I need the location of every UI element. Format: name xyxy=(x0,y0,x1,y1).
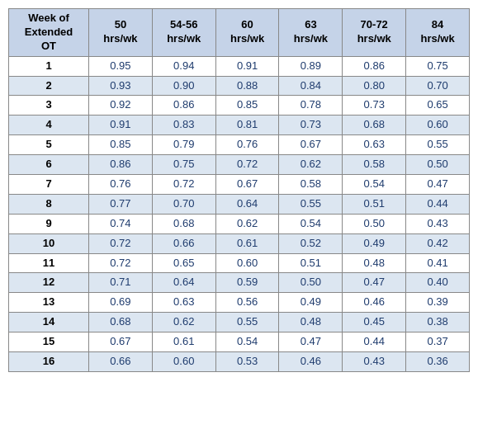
value-cell: 0.68 xyxy=(343,116,406,135)
value-cell: 0.76 xyxy=(215,135,279,155)
value-cell: 0.42 xyxy=(406,233,470,253)
week-cell: 16 xyxy=(9,352,89,372)
table-row: 60.860.750.720.620.580.50 xyxy=(9,155,470,175)
value-cell: 0.64 xyxy=(152,273,215,293)
week-cell: 6 xyxy=(9,155,89,175)
table-row: 80.770.700.640.550.510.44 xyxy=(9,194,470,214)
value-cell: 0.75 xyxy=(152,155,215,175)
value-cell: 0.93 xyxy=(89,76,153,96)
value-cell: 0.88 xyxy=(215,76,279,96)
value-cell: 0.43 xyxy=(343,352,406,372)
value-cell: 0.72 xyxy=(215,155,279,175)
value-cell: 0.66 xyxy=(152,233,215,253)
value-cell: 0.86 xyxy=(152,96,215,116)
week-cell: 5 xyxy=(9,135,89,155)
value-cell: 0.47 xyxy=(343,273,406,293)
header-60: 60hrs/wk xyxy=(215,9,279,57)
value-cell: 0.48 xyxy=(343,253,406,273)
value-cell: 0.81 xyxy=(215,116,279,135)
value-cell: 0.92 xyxy=(89,96,153,116)
value-cell: 0.45 xyxy=(343,313,406,332)
value-cell: 0.61 xyxy=(152,332,215,352)
value-cell: 0.79 xyxy=(152,135,215,155)
value-cell: 0.50 xyxy=(343,214,406,233)
value-cell: 0.95 xyxy=(89,56,153,76)
value-cell: 0.76 xyxy=(89,175,153,195)
header-63: 63hrs/wk xyxy=(279,9,343,57)
table-row: 150.670.610.540.470.440.37 xyxy=(9,332,470,352)
value-cell: 0.80 xyxy=(343,76,406,96)
value-cell: 0.60 xyxy=(215,253,279,273)
header-week: Week ofExtendedOT xyxy=(9,9,89,57)
value-cell: 0.67 xyxy=(89,332,153,352)
header-70-72: 70-72hrs/wk xyxy=(343,9,406,57)
week-cell: 13 xyxy=(9,293,89,313)
value-cell: 0.48 xyxy=(279,313,343,332)
week-cell: 3 xyxy=(9,96,89,116)
week-cell: 2 xyxy=(9,76,89,96)
value-cell: 0.63 xyxy=(343,135,406,155)
value-cell: 0.70 xyxy=(152,194,215,214)
table-row: 90.740.680.620.540.500.43 xyxy=(9,214,470,233)
value-cell: 0.54 xyxy=(215,332,279,352)
value-cell: 0.74 xyxy=(89,214,153,233)
value-cell: 0.66 xyxy=(89,352,153,372)
value-cell: 0.44 xyxy=(406,194,470,214)
value-cell: 0.84 xyxy=(279,76,343,96)
value-cell: 0.50 xyxy=(279,273,343,293)
value-cell: 0.54 xyxy=(343,175,406,195)
value-cell: 0.51 xyxy=(343,194,406,214)
week-cell: 9 xyxy=(9,214,89,233)
table-row: 120.710.640.590.500.470.40 xyxy=(9,273,470,293)
value-cell: 0.39 xyxy=(406,293,470,313)
value-cell: 0.65 xyxy=(152,253,215,273)
table-row: 110.720.650.600.510.480.41 xyxy=(9,253,470,273)
week-cell: 15 xyxy=(9,332,89,352)
value-cell: 0.49 xyxy=(279,293,343,313)
value-cell: 0.52 xyxy=(279,233,343,253)
value-cell: 0.51 xyxy=(279,253,343,273)
header-54-56: 54-56hrs/wk xyxy=(152,9,215,57)
value-cell: 0.83 xyxy=(152,116,215,135)
week-cell: 12 xyxy=(9,273,89,293)
value-cell: 0.44 xyxy=(343,332,406,352)
table-row: 160.660.600.530.460.430.36 xyxy=(9,352,470,372)
value-cell: 0.63 xyxy=(152,293,215,313)
table-row: 30.920.860.850.780.730.65 xyxy=(9,96,470,116)
value-cell: 0.67 xyxy=(215,175,279,195)
value-cell: 0.86 xyxy=(343,56,406,76)
value-cell: 0.55 xyxy=(215,313,279,332)
value-cell: 0.38 xyxy=(406,313,470,332)
value-cell: 0.68 xyxy=(89,313,153,332)
value-cell: 0.46 xyxy=(279,352,343,372)
value-cell: 0.91 xyxy=(215,56,279,76)
table-row: 50.850.790.760.670.630.55 xyxy=(9,135,470,155)
value-cell: 0.72 xyxy=(152,175,215,195)
table-row: 70.760.720.670.580.540.47 xyxy=(9,175,470,195)
table-row: 40.910.830.810.730.680.60 xyxy=(9,116,470,135)
value-cell: 0.68 xyxy=(152,214,215,233)
value-cell: 0.53 xyxy=(215,352,279,372)
value-cell: 0.61 xyxy=(215,233,279,253)
week-cell: 7 xyxy=(9,175,89,195)
value-cell: 0.62 xyxy=(152,313,215,332)
value-cell: 0.77 xyxy=(89,194,153,214)
value-cell: 0.73 xyxy=(279,116,343,135)
value-cell: 0.91 xyxy=(89,116,153,135)
value-cell: 0.47 xyxy=(406,175,470,195)
week-cell: 11 xyxy=(9,253,89,273)
week-cell: 14 xyxy=(9,313,89,332)
value-cell: 0.60 xyxy=(406,116,470,135)
value-cell: 0.62 xyxy=(279,155,343,175)
table-row: 20.930.900.880.840.800.70 xyxy=(9,76,470,96)
value-cell: 0.62 xyxy=(215,214,279,233)
week-cell: 1 xyxy=(9,56,89,76)
value-cell: 0.41 xyxy=(406,253,470,273)
value-cell: 0.73 xyxy=(343,96,406,116)
value-cell: 0.94 xyxy=(152,56,215,76)
header-50: 50hrs/wk xyxy=(89,9,153,57)
value-cell: 0.58 xyxy=(343,155,406,175)
week-cell: 8 xyxy=(9,194,89,214)
value-cell: 0.90 xyxy=(152,76,215,96)
value-cell: 0.78 xyxy=(279,96,343,116)
